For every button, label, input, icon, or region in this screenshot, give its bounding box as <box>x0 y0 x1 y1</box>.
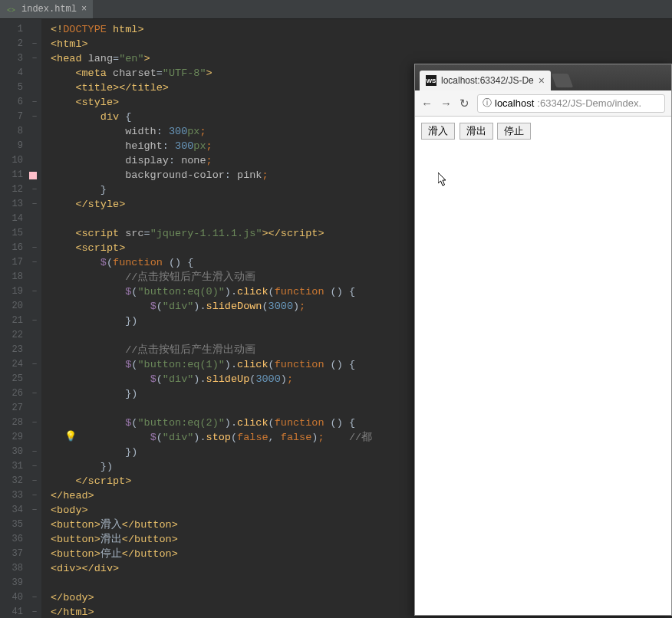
editor-tab-label: index.html <box>21 4 77 15</box>
editor-tab-index-html[interactable]: <> index.html × <box>0 0 93 18</box>
browser-page: 滑入 滑出 停止 <box>415 117 671 615</box>
slide-in-button[interactable]: 滑入 <box>421 123 455 140</box>
slide-out-button[interactable]: 滑出 <box>460 123 493 140</box>
forward-icon[interactable]: → <box>440 97 452 110</box>
url-host: localhost <box>495 97 534 109</box>
ide-tab-bar: <> index.html × <box>0 0 672 19</box>
stop-button[interactable]: 停止 <box>497 123 531 140</box>
breakpoint-marker[interactable] <box>29 172 37 179</box>
reload-icon[interactable]: ↻ <box>460 97 469 110</box>
html-file-icon: <> <box>6 4 17 15</box>
fold-column: −−−−−−−−−−−−−−−−−−−− <box>28 19 41 618</box>
site-info-icon: ⓘ <box>483 97 492 110</box>
browser-tab[interactable]: WS localhost:63342/JS-De × <box>420 71 551 90</box>
close-icon[interactable]: × <box>81 4 87 15</box>
back-icon[interactable]: ← <box>421 97 433 110</box>
line-number-gutter: 1234567891011121314151617181920212223242… <box>0 19 28 618</box>
new-tab-button[interactable] <box>552 74 574 87</box>
browser-tab-strip: WS localhost:63342/JS-De × <box>415 64 671 90</box>
address-bar[interactable]: ⓘ localhost:63342/JS-Demo/index. <box>477 94 665 113</box>
svg-text:<>: <> <box>7 7 15 15</box>
url-path: :63342/JS-Demo/index. <box>537 97 641 109</box>
close-icon[interactable]: × <box>539 74 545 87</box>
favicon-icon: WS <box>426 75 436 86</box>
browser-tab-title: localhost:63342/JS-De <box>441 75 534 86</box>
browser-toolbar: ← → ↻ ⓘ localhost:63342/JS-Demo/index. <box>415 90 671 117</box>
browser-window: WS localhost:63342/JS-De × ← → ↻ ⓘ local… <box>414 64 672 616</box>
